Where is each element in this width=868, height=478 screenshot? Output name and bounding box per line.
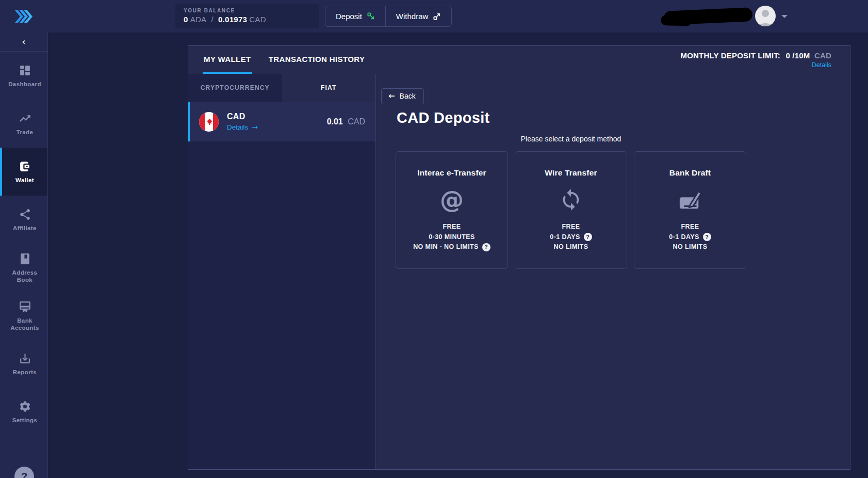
method-fee: FREE xyxy=(443,222,461,232)
limit-cap: /10M xyxy=(792,51,810,60)
asset-list-empty-area xyxy=(188,141,375,469)
wallet-icon xyxy=(19,160,31,173)
asset-code: CAD xyxy=(227,112,258,121)
balance-box: YOUR BALANCE 0ADA/0.01973CAD xyxy=(175,4,319,28)
method-limits: NO MIN - NO LIMITS xyxy=(413,242,479,252)
wallet-panel-body: CRYPTOCURRENCY FIAT CAD xyxy=(188,74,850,469)
deposit-withdraw-group: Deposit Withdraw xyxy=(325,6,452,27)
sidebar-item-label: Affiliate xyxy=(13,225,37,232)
balance-crypto-amount: 0 xyxy=(184,15,188,24)
withdraw-button[interactable]: Withdraw xyxy=(385,6,452,26)
tab-fiat[interactable]: FIAT xyxy=(282,74,376,102)
deposit-method-cards: Interac e-Transfer @ FREE 0-30 MINUTES N… xyxy=(396,151,746,269)
top-bar: YOUR BALANCE 0ADA/0.01973CAD Deposit Wit… xyxy=(0,0,868,33)
limit-details-link[interactable]: Details xyxy=(680,61,831,69)
back-button[interactable]: ← Back xyxy=(381,88,424,104)
page-title: CAD Deposit xyxy=(397,109,850,126)
sidebar-item-label: Trade xyxy=(17,129,34,136)
dashboard-grid-icon xyxy=(19,64,31,77)
question-badge-icon[interactable]: ? xyxy=(482,243,490,251)
question-badge-icon[interactable]: ? xyxy=(584,233,592,241)
withdraw-button-label: Withdraw xyxy=(396,12,429,21)
method-card-bank-draft[interactable]: Bank Draft FREE 0-1 DAYS xyxy=(634,151,746,269)
trending-up-icon xyxy=(19,112,31,125)
account-menu-caret-icon[interactable] xyxy=(781,15,788,18)
tab-cryptocurrency[interactable]: CRYPTOCURRENCY xyxy=(188,74,282,102)
arrow-right-icon: → xyxy=(252,123,258,131)
method-title: Wire Transfer xyxy=(545,168,597,178)
asset-details-link[interactable]: Details → xyxy=(227,123,258,131)
asset-list: CRYPTOCURRENCY FIAT CAD xyxy=(188,74,376,469)
method-limits: NO LIMITS xyxy=(554,242,588,252)
method-title: Interac e-Transfer xyxy=(417,168,486,178)
back-button-label: Back xyxy=(400,92,416,100)
address-book-icon xyxy=(19,252,31,265)
sync-arrows-icon xyxy=(559,188,583,212)
brand-logo-icon[interactable] xyxy=(13,6,34,27)
method-fee: FREE xyxy=(681,222,699,232)
method-fee: FREE xyxy=(562,222,580,232)
deposit-arrow-icon xyxy=(367,12,375,20)
tab-my-wallet[interactable]: MY WALLET xyxy=(203,46,252,74)
sidebar-item-reports[interactable]: Reports xyxy=(0,340,47,388)
sidebar-item-label: Wallet xyxy=(15,177,34,184)
method-time: 0-1 DAYS xyxy=(669,232,699,243)
asset-details-label: Details xyxy=(227,123,248,131)
deposit-button-label: Deposit xyxy=(336,12,362,21)
sidebar: ‹ Dashboard Trade xyxy=(0,33,48,478)
avatar[interactable] xyxy=(755,6,776,26)
wallet-panel-header: MY WALLET TRANSACTION HISTORY MONTHLY DE… xyxy=(188,46,850,74)
balance-value: 0ADA/0.01973CAD xyxy=(184,15,310,24)
sidebar-item-wallet[interactable]: Wallet xyxy=(0,148,47,196)
deposit-button[interactable]: Deposit xyxy=(325,6,385,26)
sidebar-item-label: Bank Accounts xyxy=(4,317,45,331)
help-glyph: ? xyxy=(21,471,27,478)
balance-label: YOUR BALANCE xyxy=(184,8,310,13)
redacted-username xyxy=(663,7,752,25)
share-icon xyxy=(19,208,31,221)
limit-label: MONTHLY DEPOSIT LIMIT: xyxy=(680,51,780,60)
method-limits: NO LIMITS xyxy=(673,242,708,252)
withdraw-arrow-icon xyxy=(433,12,441,20)
help-icon[interactable]: ? xyxy=(14,467,34,478)
pen-signature-icon xyxy=(678,188,702,212)
asset-balance: 0.01 CAD xyxy=(327,117,365,126)
question-badge-icon[interactable]: ? xyxy=(703,233,711,241)
sidebar-item-label: Dashboard xyxy=(8,81,41,88)
canada-flag-icon xyxy=(199,112,219,132)
balance-fiat-unit: CAD xyxy=(249,15,266,24)
gear-icon xyxy=(19,400,31,413)
method-card-interac[interactable]: Interac e-Transfer @ FREE 0-30 MINUTES N… xyxy=(396,151,508,269)
arrow-left-icon: ← xyxy=(388,91,395,101)
sidebar-item-address-book[interactable]: Address Book xyxy=(0,244,47,292)
asset-balance-currency: CAD xyxy=(348,117,365,126)
sidebar-item-label: Reports xyxy=(13,369,37,376)
asset-row-cad[interactable]: CAD Details → 0.01 CAD xyxy=(188,102,375,141)
sidebar-collapse-button[interactable]: ‹ xyxy=(0,33,47,52)
sidebar-item-affiliate[interactable]: Affiliate xyxy=(0,196,47,244)
sidebar-nav: Dashboard Trade Wallet xyxy=(0,52,47,436)
deposit-method-subtitle: Please select a deposit method xyxy=(396,135,746,143)
bank-card-ribbon-icon xyxy=(19,300,31,313)
sidebar-item-settings[interactable]: Settings xyxy=(0,388,47,436)
sidebar-item-dashboard[interactable]: Dashboard xyxy=(0,52,47,100)
asset-balance-amount: 0.01 xyxy=(327,117,343,126)
download-report-icon xyxy=(19,352,31,365)
method-title: Bank Draft xyxy=(669,168,711,178)
avatar-person-icon xyxy=(755,6,776,26)
sidebar-item-bank-accounts[interactable]: Bank Accounts xyxy=(0,292,47,340)
balance-divider: / xyxy=(211,15,213,24)
chevron-left-icon: ‹ xyxy=(22,37,25,47)
method-card-wire-transfer[interactable]: Wire Transfer FREE 0-1 DAYS ? NO LIMITS xyxy=(515,151,627,269)
sidebar-item-label: Address Book xyxy=(4,269,45,283)
balance-crypto-unit: ADA xyxy=(190,15,207,24)
limit-currency: CAD xyxy=(814,51,831,60)
wallet-panel: MY WALLET TRANSACTION HISTORY MONTHLY DE… xyxy=(188,45,850,470)
method-time: 0-30 MINUTES xyxy=(429,232,475,243)
monthly-deposit-limit: MONTHLY DEPOSIT LIMIT: 0 /10M CAD Detail… xyxy=(680,46,850,74)
at-sign-icon: @ xyxy=(440,186,464,214)
method-time: 0-1 DAYS xyxy=(550,232,580,243)
limit-used: 0 xyxy=(785,51,790,60)
tab-transaction-history[interactable]: TRANSACTION HISTORY xyxy=(268,46,366,74)
sidebar-item-trade[interactable]: Trade xyxy=(0,100,47,148)
